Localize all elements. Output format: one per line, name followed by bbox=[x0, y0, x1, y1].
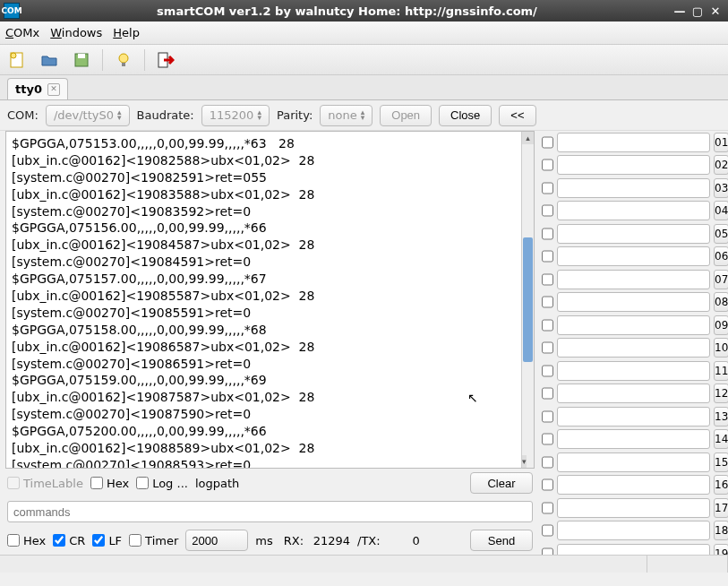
macro-field[interactable] bbox=[557, 544, 710, 555]
timer-checkbox[interactable]: Timer bbox=[129, 534, 178, 547]
macro-send-button[interactable]: 10 bbox=[714, 338, 728, 358]
macro-field[interactable] bbox=[557, 521, 710, 540]
macro-field[interactable] bbox=[557, 315, 710, 335]
macro-checkbox[interactable] bbox=[542, 547, 553, 555]
clear-button[interactable]: Clear bbox=[470, 472, 533, 494]
com-port-select[interactable]: /dev/ttyS0▴▾ bbox=[46, 105, 130, 126]
macro-checkbox[interactable] bbox=[542, 502, 553, 514]
macro-send-button[interactable]: 04 bbox=[714, 201, 728, 220]
baudrate-select[interactable]: 115200▴▾ bbox=[201, 105, 270, 126]
terminal-output[interactable]: $GPGGA,075153.00,,,,,0,00,99.99,,,,,*63 … bbox=[5, 131, 535, 469]
log-checkbox[interactable]: Log ... bbox=[136, 477, 188, 490]
tab-label: tty0 bbox=[15, 82, 42, 96]
new-file-icon[interactable] bbox=[5, 48, 29, 72]
macro-row: 05 bbox=[542, 222, 723, 246]
macro-field[interactable] bbox=[557, 292, 710, 312]
back-button[interactable]: << bbox=[499, 105, 535, 126]
macro-checkbox[interactable] bbox=[542, 524, 553, 537]
macro-checkbox[interactable] bbox=[542, 456, 553, 469]
tab-close-icon[interactable]: ✕ bbox=[47, 83, 60, 96]
timer-input[interactable] bbox=[185, 530, 248, 551]
parity-label: Parity: bbox=[277, 108, 313, 122]
macro-checkbox[interactable] bbox=[542, 136, 553, 149]
macro-checkbox[interactable] bbox=[542, 410, 553, 423]
macro-field[interactable] bbox=[557, 155, 710, 175]
macro-checkbox[interactable] bbox=[542, 296, 553, 308]
macro-checkbox[interactable] bbox=[542, 250, 553, 263]
macro-field[interactable] bbox=[557, 201, 710, 220]
macro-send-button[interactable]: 03 bbox=[714, 178, 728, 198]
macro-field[interactable] bbox=[557, 133, 710, 152]
macro-field[interactable] bbox=[557, 475, 710, 495]
left-column: $GPGGA,075153.00,,,,,0,00,99.99,,,,,*63 … bbox=[0, 131, 540, 555]
close-window-button[interactable]: ✕ bbox=[707, 3, 724, 19]
maximize-button[interactable]: ▢ bbox=[689, 3, 707, 19]
svg-rect-5 bbox=[122, 63, 125, 66]
macro-field[interactable] bbox=[557, 178, 710, 198]
macro-checkbox[interactable] bbox=[542, 228, 553, 240]
macro-checkbox[interactable] bbox=[542, 387, 553, 400]
macro-send-button[interactable]: 12 bbox=[714, 383, 728, 403]
scroll-up-icon[interactable]: ▴ bbox=[522, 132, 534, 144]
macro-send-button[interactable]: 07 bbox=[714, 270, 728, 289]
macro-checkbox[interactable] bbox=[542, 478, 553, 491]
macro-checkbox[interactable] bbox=[542, 341, 553, 354]
macro-field[interactable] bbox=[557, 383, 710, 403]
macro-send-button[interactable]: 14 bbox=[714, 429, 728, 449]
macro-field[interactable] bbox=[557, 338, 710, 358]
macro-row: 16 bbox=[542, 474, 723, 497]
hex-view-checkbox[interactable]: Hex bbox=[90, 477, 129, 490]
macro-field[interactable] bbox=[557, 452, 710, 472]
menu-comx[interactable]: COMx bbox=[5, 26, 39, 39]
cr-checkbox[interactable]: CR bbox=[53, 534, 85, 547]
save-icon[interactable] bbox=[70, 48, 93, 72]
macro-field[interactable] bbox=[557, 224, 710, 244]
macro-send-button[interactable]: 17 bbox=[714, 498, 728, 518]
lightbulb-icon[interactable] bbox=[112, 48, 135, 72]
close-button[interactable]: Close bbox=[439, 105, 492, 126]
macro-checkbox[interactable] bbox=[542, 159, 553, 171]
open-icon[interactable] bbox=[38, 48, 61, 72]
parity-select[interactable]: none▴▾ bbox=[320, 105, 373, 126]
terminal-scrollbar[interactable]: ▴ ▾ bbox=[521, 132, 534, 468]
macro-send-button[interactable]: 18 bbox=[714, 521, 728, 540]
exit-icon[interactable] bbox=[154, 48, 177, 72]
timelabel-checkbox[interactable]: TimeLable bbox=[7, 477, 83, 490]
macro-field[interactable] bbox=[557, 246, 710, 266]
macro-send-button[interactable]: 11 bbox=[714, 361, 728, 381]
menu-windows[interactable]: Windows bbox=[50, 26, 102, 39]
macro-checkbox[interactable] bbox=[542, 273, 553, 286]
macro-checkbox[interactable] bbox=[542, 319, 553, 332]
scroll-track[interactable] bbox=[522, 144, 534, 455]
macro-send-button[interactable]: 13 bbox=[714, 407, 728, 427]
macro-send-button[interactable]: 06 bbox=[714, 246, 728, 266]
macro-send-button[interactable]: 16 bbox=[714, 475, 728, 495]
scroll-thumb[interactable] bbox=[523, 237, 533, 362]
lf-checkbox[interactable]: LF bbox=[92, 534, 122, 547]
macro-send-button[interactable]: 15 bbox=[714, 452, 728, 472]
macro-send-button[interactable]: 02 bbox=[714, 155, 728, 175]
macro-field[interactable] bbox=[557, 429, 710, 449]
macro-checkbox[interactable] bbox=[542, 204, 553, 217]
macro-checkbox[interactable] bbox=[542, 182, 553, 194]
macro-field[interactable] bbox=[557, 361, 710, 381]
tab-tty0[interactable]: tty0 ✕ bbox=[7, 78, 68, 99]
macro-send-button[interactable]: 08 bbox=[714, 292, 728, 312]
macro-field[interactable] bbox=[557, 407, 710, 427]
hex-send-checkbox[interactable]: Hex bbox=[7, 534, 46, 547]
menu-help[interactable]: Help bbox=[113, 26, 140, 39]
macro-send-button[interactable]: 09 bbox=[714, 315, 728, 335]
macro-field[interactable] bbox=[557, 270, 710, 289]
scroll-down-icon[interactable]: ▾ bbox=[522, 455, 527, 468]
macro-send-button[interactable]: 01 bbox=[714, 133, 728, 152]
macro-checkbox[interactable] bbox=[542, 433, 553, 445]
macro-field[interactable] bbox=[557, 498, 710, 518]
macro-send-button[interactable]: 05 bbox=[714, 224, 728, 244]
open-button[interactable]: Open bbox=[380, 105, 432, 126]
svg-point-1 bbox=[11, 53, 16, 58]
macro-send-button[interactable]: 19 bbox=[714, 544, 728, 555]
macro-checkbox[interactable] bbox=[542, 365, 553, 377]
command-input[interactable] bbox=[7, 501, 533, 522]
minimize-button[interactable]: — bbox=[671, 3, 689, 19]
send-button[interactable]: Send bbox=[470, 530, 533, 551]
